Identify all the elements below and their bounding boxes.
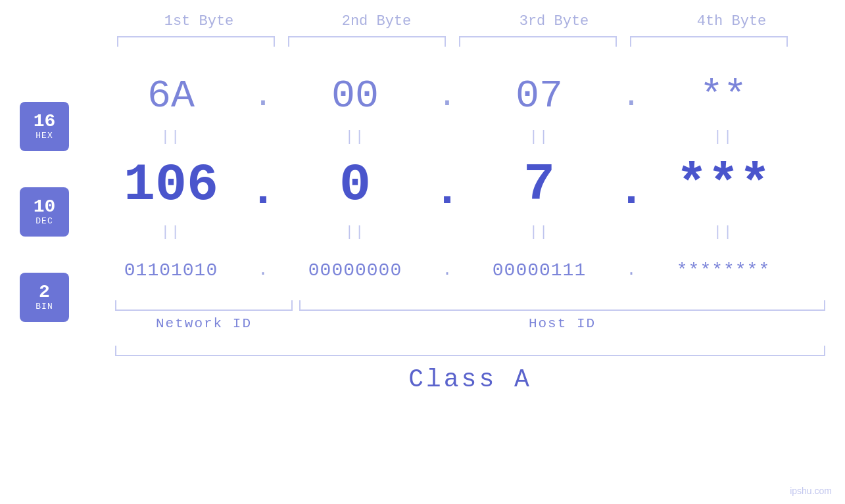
- bracket-2: [288, 36, 446, 47]
- dec-byte-3: 7: [460, 155, 618, 215]
- network-id-label: Network ID: [115, 316, 293, 331]
- byte-header-1: 1st Byte: [120, 13, 278, 30]
- eq-2-3: ||: [460, 224, 618, 241]
- eq-1-2: ||: [276, 129, 434, 145]
- full-bracket: [115, 346, 825, 356]
- bracket-4: [630, 36, 788, 47]
- main-container: 1st Byte 2nd Byte 3rd Byte 4th Byte 16 H…: [0, 0, 845, 504]
- hex-dot-3: .: [618, 78, 644, 115]
- eq-2-4: ||: [644, 224, 802, 241]
- bin-byte-1: 01101010: [92, 260, 250, 281]
- section-labels-row: Network ID Host ID: [115, 316, 825, 331]
- bin-dot-2: .: [434, 261, 460, 280]
- bracket-3: [459, 36, 617, 47]
- dec-dot-1: .: [250, 155, 276, 214]
- eq-1-1: ||: [92, 129, 250, 145]
- byte-header-3: 3rd Byte: [475, 13, 633, 30]
- bottom-bracket-row: [115, 300, 825, 311]
- hex-row: 6A . 00 . 07 . **: [0, 66, 845, 126]
- byte-header-4: 4th Byte: [653, 13, 811, 30]
- equals-row-2: || || || ||: [0, 221, 845, 244]
- eq-1-4: ||: [644, 129, 802, 145]
- hex-byte-1: 6A: [92, 74, 250, 118]
- dec-byte-4: ***: [644, 155, 802, 215]
- hex-byte-2: 00: [276, 74, 434, 118]
- equals-row-1: || || || ||: [0, 126, 845, 149]
- net-bracket: [115, 300, 293, 311]
- bin-badge: 2 BIN: [20, 273, 69, 322]
- bin-byte-4: ********: [644, 260, 802, 281]
- byte-headers-row: 1st Byte 2nd Byte 3rd Byte 4th Byte: [110, 13, 821, 30]
- bracket-1: [117, 36, 275, 47]
- hex-dot-1: .: [250, 78, 276, 115]
- hex-byte-4: **: [644, 74, 802, 118]
- host-bracket: [299, 300, 825, 311]
- watermark: ipshu.com: [790, 486, 832, 496]
- dec-dot-3: .: [618, 155, 644, 214]
- dec-byte-1: 106: [92, 155, 250, 215]
- eq-1-3: ||: [460, 129, 618, 145]
- bin-dot-1: .: [250, 261, 276, 280]
- host-id-label: Host ID: [299, 316, 825, 331]
- bin-dot-3: .: [618, 261, 644, 280]
- base-badges: 16 HEX 10 DEC 2 BIN: [20, 102, 69, 322]
- dec-dot-2: .: [434, 155, 460, 214]
- eq-2-1: ||: [92, 224, 250, 241]
- bin-byte-3: 00000111: [460, 260, 618, 281]
- bin-row: 01101010 . 00000000 . 00000111 . *******…: [0, 244, 845, 296]
- dec-row: 106 . 0 . 7 . ***: [0, 149, 845, 221]
- hex-dot-2: .: [434, 78, 460, 115]
- hex-byte-3: 07: [460, 74, 618, 118]
- top-bracket-row: [110, 36, 821, 47]
- byte-header-2: 2nd Byte: [298, 13, 456, 30]
- dec-byte-2: 0: [276, 155, 434, 215]
- hex-badge: 16 HEX: [20, 102, 69, 151]
- dec-badge: 10 DEC: [20, 187, 69, 237]
- eq-2-2: ||: [276, 224, 434, 241]
- class-label: Class A: [115, 365, 825, 394]
- bin-byte-2: 00000000: [276, 260, 434, 281]
